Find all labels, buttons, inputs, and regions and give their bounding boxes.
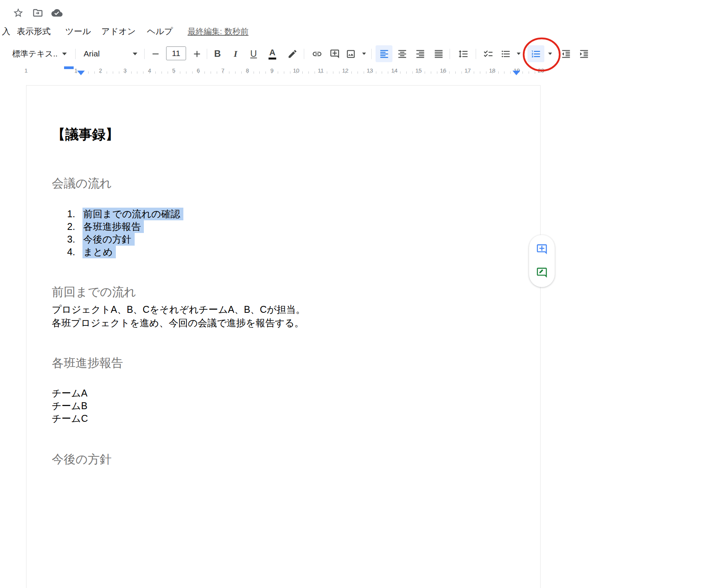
decrease-indent-button[interactable] — [557, 45, 574, 62]
move-to-folder-icon[interactable] — [31, 6, 44, 19]
font-size-input[interactable]: 11 — [166, 46, 186, 60]
bulleted-list-icon — [501, 49, 511, 59]
paragraph-line: 各班プロジェクトを進め、今回の会議で進捗を報告する。 — [52, 317, 304, 328]
menu-item-insert-partial[interactable]: 入 — [2, 25, 10, 38]
team-line[interactable]: チームC — [52, 412, 517, 425]
bold-button[interactable]: B — [209, 45, 226, 62]
heading-future-policy[interactable]: 今後の方針 — [52, 452, 517, 467]
ruler-mark: 12 — [342, 67, 349, 74]
last-edit-link[interactable]: 最終編集: 数秒前 — [188, 25, 249, 38]
heading-previous-flow[interactable]: 前回までの流れ — [52, 284, 517, 300]
insert-image-button[interactable] — [342, 45, 359, 62]
highlight-color-button[interactable] — [284, 45, 301, 62]
font-dropdown[interactable]: Arial — [79, 45, 142, 62]
paragraph-style-value: 標準テキス... — [12, 48, 58, 59]
add-comment-icon — [330, 49, 340, 59]
list-number: 4. — [67, 246, 82, 258]
selected-text[interactable]: まとめ — [82, 246, 116, 258]
highlighter-icon — [287, 49, 298, 59]
bulleted-list-dropdown[interactable] — [514, 45, 523, 62]
team-line[interactable]: チームA — [52, 387, 517, 400]
italic-icon: I — [234, 49, 237, 59]
decrease-font-size-button[interactable] — [147, 45, 164, 62]
team-line[interactable]: チームB — [52, 400, 517, 412]
add-comment-toolbar-button[interactable] — [326, 45, 343, 62]
ruler-mark: 6 — [197, 67, 200, 74]
insert-link-button[interactable] — [308, 45, 325, 62]
team-list[interactable]: チームA チームB チームC — [52, 387, 517, 425]
font-value: Arial — [84, 49, 100, 58]
ruler-mark: 5 — [172, 67, 175, 74]
menu-item-addons[interactable]: アドオン — [101, 25, 136, 38]
ruler-mark: 3 — [124, 67, 127, 74]
text-color-button[interactable]: A — [264, 45, 281, 62]
add-comment-button[interactable] — [533, 240, 551, 258]
floating-actions — [529, 235, 555, 287]
document-content: 【議事録】 会議の流れ 1. 前回までの流れの確認 2. 各班進捗報告 3. 今… — [26, 126, 540, 467]
list-item[interactable]: 1. 前回までの流れの確認 — [52, 208, 517, 220]
increase-indent-button[interactable] — [575, 45, 592, 62]
underline-button[interactable]: U — [245, 45, 262, 62]
ruler-mark: 13 — [367, 67, 373, 74]
menu-item-format[interactable]: 表示形式 — [17, 25, 51, 38]
menu-item-tools[interactable]: ツール — [65, 25, 91, 38]
add-comment-icon — [536, 243, 548, 255]
chevron-down-icon — [548, 53, 552, 55]
numbered-list-dropdown[interactable] — [546, 45, 554, 62]
align-left-button[interactable] — [376, 45, 392, 62]
image-icon — [346, 49, 356, 59]
agenda-list: 1. 前回までの流れの確認 2. 各班進捗報告 3. 今後の方針 4. まとめ — [52, 208, 517, 258]
list-item[interactable]: 4. まとめ — [52, 246, 517, 258]
checklist-button[interactable] — [480, 45, 496, 62]
link-icon — [312, 49, 322, 59]
insert-image-dropdown[interactable] — [360, 45, 368, 62]
toolbar-separator — [207, 49, 207, 59]
selected-text[interactable]: 今後の方針 — [82, 233, 135, 246]
toolbar-separator — [476, 49, 476, 59]
ruler[interactable]: 1 1 2 3 4 5 6 7 8 9 10 11 12 13 14 15 16… — [0, 66, 712, 76]
suggest-edits-icon — [536, 267, 548, 279]
cloud-saved-icon[interactable] — [50, 6, 63, 19]
first-line-indent-marker[interactable] — [64, 66, 74, 69]
chevron-down-icon — [362, 53, 366, 55]
menu-item-help[interactable]: ヘルプ — [147, 25, 173, 38]
line-spacing-button[interactable] — [455, 45, 471, 62]
underline-icon: U — [250, 48, 257, 59]
heading-progress-report[interactable]: 各班進捗報告 — [52, 355, 517, 371]
right-indent-marker[interactable] — [513, 71, 520, 75]
list-number: 2. — [67, 220, 82, 233]
star-icon[interactable] — [12, 6, 25, 19]
list-item[interactable]: 3. 今後の方針 — [52, 233, 517, 246]
paragraph-previous-flow[interactable]: プロジェクトA、B、CをそれぞれチームA、B、Cが担当。 各班プロジェクトを進め… — [52, 303, 517, 330]
document-page[interactable]: 【議事録】 会議の流れ 1. 前回までの流れの確認 2. 各班進捗報告 3. 今… — [26, 85, 541, 588]
align-justify-button[interactable] — [430, 45, 447, 62]
text-color-icon: A — [269, 48, 276, 59]
paragraph-line: プロジェクトA、B、CをそれぞれチームA、B、Cが担当。 — [52, 304, 305, 315]
toolbar-separator — [304, 49, 304, 59]
ruler-mark: 18 — [489, 67, 496, 74]
suggest-edits-button[interactable] — [533, 264, 551, 282]
ruler-mark: 20 — [538, 67, 544, 74]
doc-title[interactable]: 【議事録】 — [52, 126, 517, 143]
selected-text[interactable]: 各班進捗報告 — [82, 220, 144, 233]
list-item[interactable]: 2. 各班進捗報告 — [52, 220, 517, 233]
numbered-list-button[interactable] — [527, 45, 544, 62]
plus-icon — [192, 49, 202, 59]
ruler-mark: 9 — [270, 67, 274, 74]
increase-font-size-button[interactable] — [188, 45, 205, 62]
bulleted-list-button[interactable] — [497, 45, 514, 62]
selected-text[interactable]: 前回までの流れの確認 — [82, 208, 183, 220]
align-right-button[interactable] — [412, 45, 429, 62]
numbered-list-icon — [531, 49, 541, 59]
italic-button[interactable]: I — [227, 45, 244, 62]
ruler-mark: 15 — [415, 67, 422, 74]
left-indent-marker[interactable] — [77, 71, 85, 75]
ruler-mark: 17 — [465, 67, 471, 74]
increase-indent-icon — [579, 49, 589, 59]
align-center-button[interactable] — [394, 45, 410, 62]
toolbar-separator — [371, 49, 372, 59]
ruler-mark: 14 — [391, 67, 398, 74]
heading-agenda[interactable]: 会議の流れ — [52, 176, 517, 191]
paragraph-style-dropdown[interactable]: 標準テキス... — [8, 45, 71, 62]
ruler-mark: 10 — [293, 67, 300, 74]
